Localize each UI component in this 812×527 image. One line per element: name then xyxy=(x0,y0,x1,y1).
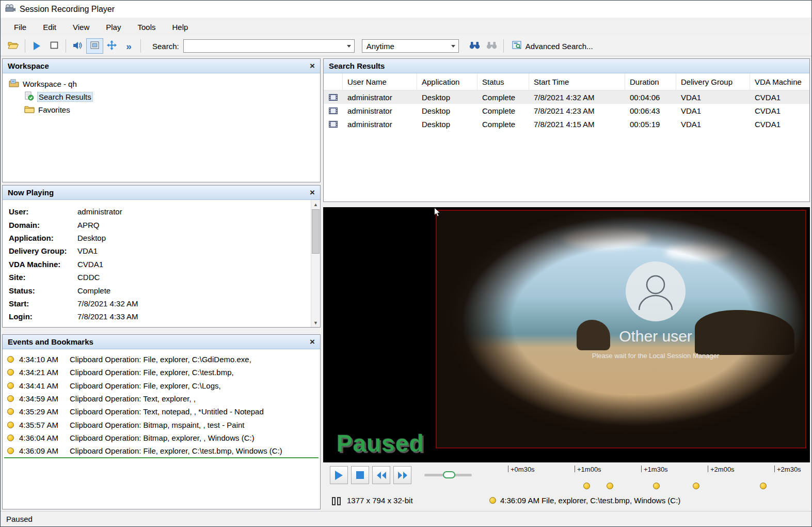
search-forward-button[interactable] xyxy=(466,38,483,54)
event-text: Clipboard Operation: File, explorer, C:\… xyxy=(70,446,282,455)
column-header-application[interactable]: Application xyxy=(417,73,477,90)
fast-forward-icon xyxy=(397,471,408,479)
menu-help[interactable]: Help xyxy=(164,19,197,35)
column-header-delivery-group[interactable]: Delivery Group xyxy=(676,73,750,90)
event-item[interactable]: 4:34:59 AMClipboard Operation: Text, exp… xyxy=(3,392,320,405)
timeline-event-marker[interactable] xyxy=(583,483,590,489)
event-item[interactable]: 4:35:57 AMClipboard Operation: Bitmap, m… xyxy=(3,418,320,431)
event-text: Clipboard Operation: File, explorer, C:\… xyxy=(70,381,221,390)
player-area: Other user Please wait for the Local Ses… xyxy=(323,207,810,509)
search-results-icon xyxy=(24,91,34,102)
recording-icon xyxy=(324,117,343,131)
play-icon xyxy=(335,471,343,480)
workspace-panel-header: Workspace × xyxy=(3,59,320,73)
stop-button-toolbar[interactable] xyxy=(45,38,62,54)
event-item[interactable]: 4:34:10 AMClipboard Operation: File, exp… xyxy=(3,353,320,366)
speed-slider[interactable] xyxy=(424,474,472,476)
more-tools-button[interactable] xyxy=(120,38,137,54)
cell-duration: 00:04:06 xyxy=(625,90,676,104)
rewind-button[interactable] xyxy=(372,466,390,484)
scrollbar-thumb[interactable] xyxy=(312,209,320,254)
field-row: VDA Machine:CVDA1 xyxy=(3,258,320,271)
slider-handle[interactable] xyxy=(443,471,455,478)
pan-button[interactable] xyxy=(103,38,120,54)
advanced-search-button[interactable]: Advanced Search... xyxy=(507,38,598,54)
table-row[interactable]: administrator Desktop Complete 7/8/2021 … xyxy=(324,90,809,104)
scroll-up-icon[interactable] xyxy=(311,200,320,209)
table-row[interactable]: administrator Desktop Complete 7/8/2021 … xyxy=(324,117,809,131)
timeline-event-marker[interactable] xyxy=(693,483,699,489)
tree-item-favorites[interactable]: Favorites xyxy=(7,103,320,116)
timeline-event-marker[interactable] xyxy=(760,483,767,489)
session-recording-player-window: Session Recording Player File Edit View … xyxy=(0,0,812,527)
field-row: Site:CDDC xyxy=(3,271,320,284)
cell-start-time: 7/8/2021 4:32 AM xyxy=(529,90,625,104)
events-panel-header: Events and Bookmarks × xyxy=(3,335,320,349)
table-row[interactable]: administrator Desktop Complete 7/8/2021 … xyxy=(324,104,809,117)
events-panel-body: 4:34:10 AMClipboard Operation: File, exp… xyxy=(3,349,320,509)
scroll-down-icon[interactable] xyxy=(311,318,320,327)
menu-edit[interactable]: Edit xyxy=(35,19,65,35)
audio-button[interactable] xyxy=(69,38,86,54)
play-icon xyxy=(34,42,40,50)
stop-button[interactable] xyxy=(351,466,369,484)
toolbar: Search: Anytime Advanced Search... xyxy=(1,36,811,56)
event-item[interactable]: 4:36:04 AMClipboard Operation: Bitmap, e… xyxy=(3,431,320,444)
tree-item-search-results[interactable]: Search Results xyxy=(7,90,320,103)
scale-to-fit-button[interactable] xyxy=(86,38,103,54)
search-backward-button[interactable] xyxy=(483,38,500,54)
status-text: Paused xyxy=(6,515,33,523)
play-button[interactable] xyxy=(330,466,348,484)
recording-icon xyxy=(324,104,343,117)
event-item[interactable]: 4:35:29 AMClipboard Operation: Text, not… xyxy=(3,405,320,418)
column-header-duration[interactable]: Duration xyxy=(625,73,676,90)
fast-forward-button[interactable] xyxy=(393,466,411,484)
column-header-icon[interactable] xyxy=(324,73,343,90)
status-bar: Paused xyxy=(1,511,811,526)
play-button-toolbar[interactable] xyxy=(28,38,45,54)
cell-application: Desktop xyxy=(417,90,477,104)
chevron-down-icon[interactable] xyxy=(449,40,458,52)
menu-tools[interactable]: Tools xyxy=(129,19,164,35)
event-dot-icon xyxy=(7,447,14,454)
menu-play[interactable]: Play xyxy=(98,19,129,35)
event-dot-icon xyxy=(7,395,14,402)
event-item-current[interactable]: 4:36:09 AMClipboard Operation: File, exp… xyxy=(3,444,320,457)
workspace-panel: Workspace × Workspace - qh Search Result… xyxy=(2,58,321,182)
chevron-down-icon[interactable] xyxy=(344,40,354,52)
field-row: Domain:APRQ xyxy=(3,218,320,231)
menu-file[interactable]: File xyxy=(6,19,35,35)
toolbar-separator xyxy=(25,39,25,53)
search-combobox[interactable] xyxy=(183,39,355,53)
wait-message: Please wait for the Local Session Manage… xyxy=(592,352,719,360)
move-arrows-icon xyxy=(107,40,117,52)
timeline-event-marker[interactable] xyxy=(607,483,613,489)
menu-view[interactable]: View xyxy=(65,19,98,35)
playback-controls: +0m30s +1m00s +1m30s +2m00s +2m30s xyxy=(323,462,810,493)
tree-item-workspace-root[interactable]: Workspace - qh xyxy=(7,78,320,90)
timeline-event-marker[interactable] xyxy=(653,483,660,489)
close-icon[interactable]: × xyxy=(310,188,315,197)
event-time: 4:35:57 AM xyxy=(19,421,70,429)
column-header-vda-machine[interactable]: VDA Machine xyxy=(750,73,809,90)
stop-icon xyxy=(356,471,364,479)
event-time: 4:35:29 AM xyxy=(19,407,70,416)
column-header-user-name[interactable]: User Name xyxy=(343,73,417,90)
close-icon[interactable]: × xyxy=(310,337,315,346)
cell-delivery-group: VDA1 xyxy=(676,90,750,104)
open-file-button[interactable] xyxy=(5,38,22,54)
search-input[interactable] xyxy=(184,40,344,52)
chevrons-icon xyxy=(126,41,132,51)
event-time: 4:36:09 AM xyxy=(19,446,70,455)
open-folder-icon xyxy=(8,41,19,51)
cell-vda-machine: CVDA1 xyxy=(750,104,809,117)
column-header-start-time[interactable]: Start Time xyxy=(529,73,625,90)
column-header-status[interactable]: Status xyxy=(477,73,529,90)
vertical-scrollbar[interactable] xyxy=(311,200,320,327)
field-label: Domain: xyxy=(9,221,77,229)
close-icon[interactable]: × xyxy=(310,61,315,70)
time-filter-combobox[interactable]: Anytime xyxy=(362,39,459,53)
event-item[interactable]: 4:34:41 AMClipboard Operation: File, exp… xyxy=(3,379,320,392)
field-row: Start:7/8/2021 4:32 AM xyxy=(3,297,320,310)
event-item[interactable]: 4:34:21 AMClipboard Operation: File, exp… xyxy=(3,366,320,379)
